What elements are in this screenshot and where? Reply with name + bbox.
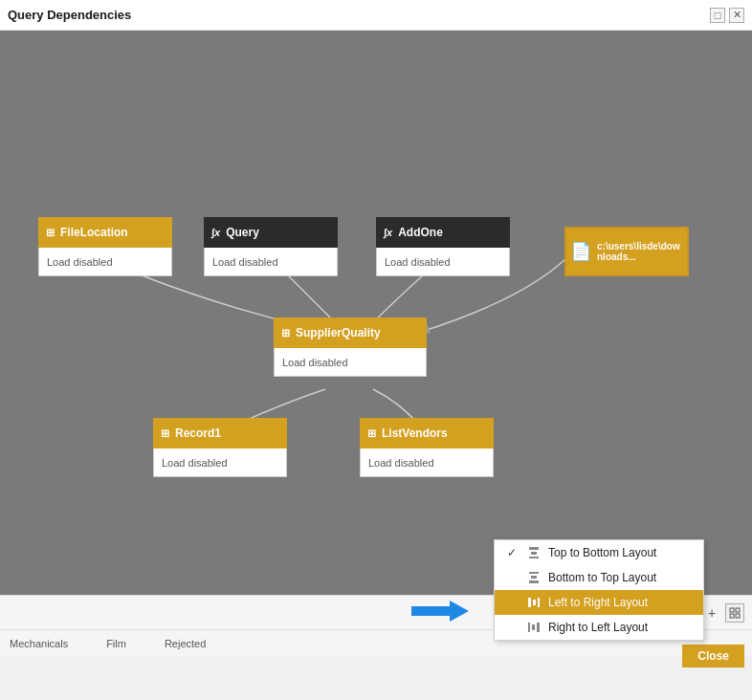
layout-top-bottom[interactable]: ✓ Top to Bottom Layout (495, 540, 703, 565)
layout-lr-icon (527, 596, 541, 609)
svg-rect-12 (533, 600, 536, 605)
node-status: Load disabled (360, 448, 494, 477)
minimize-button[interactable]: □ (710, 8, 725, 23)
no-check-icon (504, 570, 520, 585)
table-icon3: ⊞ (161, 427, 169, 440)
node-label: ListVendors (382, 427, 448, 440)
node-status: Load disabled (38, 248, 172, 276)
svg-rect-4 (736, 614, 740, 618)
svg-rect-2 (736, 608, 740, 612)
svg-rect-1 (730, 608, 734, 612)
node-supplierquality[interactable]: ⊞ SupplierQuality Load disabled (274, 317, 427, 377)
node-filelocation[interactable]: ⊞ FileLocation Load disabled (38, 217, 172, 276)
fit-to-screen-button[interactable] (725, 603, 744, 623)
svg-rect-7 (529, 557, 539, 558)
svg-rect-16 (537, 623, 540, 632)
blue-arrow-indicator (411, 599, 469, 627)
function-icon: ∫x (211, 227, 220, 238)
title-bar: Query Dependencies □ ✕ (0, 0, 752, 31)
canvas-area: ⊞ FileLocation Load disabled ∫x Query Lo… (0, 31, 752, 595)
file-icon: 📄 (570, 241, 591, 262)
window-controls: □ ✕ (710, 8, 744, 23)
svg-rect-8 (529, 572, 539, 574)
layout-bt-icon (527, 571, 541, 584)
node-status: Load disabled (376, 248, 510, 276)
node-status: Load disabled (274, 348, 427, 377)
node-status: Load disabled (153, 448, 287, 477)
no-check-icon2 (504, 595, 520, 610)
node-query[interactable]: ∫x Query Load disabled (204, 217, 338, 276)
node-label: Record1 (175, 427, 221, 440)
layout-bt-label: Bottom to Top Layout (548, 571, 656, 584)
svg-marker-0 (411, 601, 469, 622)
layout-bottom-top[interactable]: Bottom to Top Layout (495, 565, 703, 590)
node-status: Load disabled (204, 248, 338, 276)
svg-rect-6 (531, 552, 537, 555)
file-label: c:\users\lisde\downloads... (597, 241, 683, 262)
checkmark-icon: ✓ (504, 545, 520, 560)
function-icon2: ∫x (384, 227, 392, 238)
node-label: Query (226, 226, 259, 239)
node-label: SupplierQuality (296, 326, 381, 339)
node-addone[interactable]: ∫x AddOne Load disabled (376, 217, 510, 276)
dependency-arrows (0, 31, 752, 595)
node-file[interactable]: 📄 c:\users\lisde\downloads... (564, 227, 689, 276)
nav-film[interactable]: Film (106, 638, 126, 649)
svg-rect-14 (528, 623, 530, 632)
nav-mechanicals[interactable]: Mechanicals (10, 638, 68, 649)
layout-rl-icon (527, 621, 541, 634)
svg-rect-3 (730, 614, 734, 618)
svg-rect-10 (529, 580, 539, 583)
node-listvendors[interactable]: ⊞ ListVendors Load disabled (360, 418, 494, 477)
zoom-plus-button[interactable]: + (704, 605, 719, 621)
table-icon: ⊞ (46, 227, 55, 239)
svg-rect-5 (529, 547, 539, 550)
svg-rect-13 (538, 598, 540, 607)
table-icon2: ⊞ (281, 327, 290, 339)
svg-rect-15 (532, 624, 535, 630)
layout-tb-icon (527, 546, 541, 559)
node-label: AddOne (398, 226, 443, 239)
node-label: FileLocation (60, 226, 128, 239)
no-check-icon3 (504, 620, 520, 635)
layout-left-right[interactable]: Left to Right Layout (495, 590, 703, 615)
layout-dropdown-menu: ✓ Top to Bottom Layout Bottom to Top Lay… (494, 539, 704, 641)
svg-rect-11 (528, 598, 531, 607)
table-icon4: ⊞ (367, 427, 376, 440)
nav-rejected[interactable]: Rejected (165, 638, 206, 649)
layout-rl-label: Right to Left Layout (548, 621, 648, 634)
layout-right-left[interactable]: Right to Left Layout (495, 615, 703, 640)
close-button[interactable]: Close (682, 645, 744, 667)
layout-tb-label: Top to Bottom Layout (548, 546, 656, 559)
window-title: Query Dependencies (8, 8, 131, 22)
node-record1[interactable]: ⊞ Record1 Load disabled (153, 418, 287, 477)
layout-lr-label: Left to Right Layout (548, 596, 648, 609)
svg-rect-9 (531, 576, 537, 579)
close-button[interactable]: ✕ (729, 8, 744, 23)
